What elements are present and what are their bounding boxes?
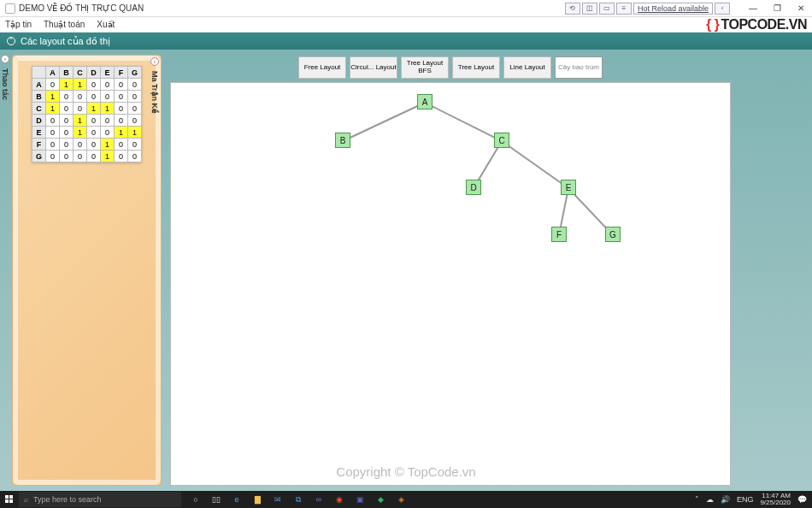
matrix-cell: 0 bbox=[115, 91, 128, 103]
matrix-cell: 0 bbox=[115, 151, 128, 162]
debug-btn-1[interactable]: ⟲ bbox=[565, 3, 580, 15]
graph-node-A[interactable]: A bbox=[417, 94, 432, 109]
graph-node-C[interactable]: C bbox=[494, 133, 509, 148]
graph-edge bbox=[343, 102, 426, 142]
matrix-cell: 1 bbox=[60, 79, 74, 91]
hot-reload-chev[interactable]: ‹ bbox=[715, 3, 730, 15]
matrix-cell: 0 bbox=[87, 151, 101, 162]
search-placeholder: Type here to search bbox=[33, 495, 102, 504]
matrix-cell: 0 bbox=[128, 115, 142, 127]
matrix-cell: 0 bbox=[115, 79, 128, 91]
matrix-cell: 1 bbox=[46, 103, 60, 115]
graph-edge bbox=[425, 102, 503, 142]
matrix-cell: 0 bbox=[60, 151, 74, 162]
close-button[interactable]: ✕ bbox=[795, 3, 807, 15]
panel-collapse-icon[interactable]: › bbox=[150, 57, 159, 66]
matrix-cell: 0 bbox=[74, 139, 87, 151]
debug-btn-2[interactable]: ◫ bbox=[582, 3, 597, 15]
matrix-cell: 0 bbox=[60, 103, 74, 115]
tray-lang[interactable]: ENG bbox=[737, 495, 754, 504]
teams-icon[interactable]: ▣ bbox=[354, 493, 366, 505]
matrix-cell: 0 bbox=[74, 91, 87, 103]
graph-node-G[interactable]: G bbox=[605, 227, 621, 242]
graph-canvas[interactable]: ABCDEFG bbox=[170, 82, 731, 486]
tray-cloud-icon[interactable]: ☁ bbox=[706, 495, 714, 504]
matrix-cell: 1 bbox=[101, 139, 115, 151]
svg-rect-1 bbox=[9, 495, 13, 499]
matrix-cell: 0 bbox=[128, 103, 142, 115]
graph-node-E[interactable]: E bbox=[561, 180, 576, 195]
tray-volume-icon[interactable]: 🔊 bbox=[721, 495, 730, 504]
line-layout-button[interactable]: Line Layout bbox=[503, 56, 551, 79]
taskbar-clock[interactable]: 11:47 AM 9/25/2020 bbox=[760, 493, 791, 506]
tree-layout-button[interactable]: Tree Layout bbox=[452, 56, 500, 79]
adjacency-matrix: ABCDEFGA0110000B1000000C1001100D0010000E… bbox=[32, 66, 142, 162]
matrix-row-header: F bbox=[32, 139, 46, 151]
menu-file[interactable]: Tập tin bbox=[5, 20, 32, 29]
matrix-cell: 0 bbox=[74, 151, 87, 162]
brand-logo-icon: { } bbox=[706, 17, 719, 32]
matrix-col-header: D bbox=[87, 67, 101, 79]
matrix-cell: 0 bbox=[87, 79, 101, 91]
start-button[interactable] bbox=[0, 491, 19, 508]
matrix-col-header: F bbox=[115, 67, 128, 79]
header-collapse-icon[interactable]: ˄ bbox=[7, 37, 15, 45]
task-view-icon[interactable]: ▯▯ bbox=[210, 493, 222, 505]
app-icon-1[interactable]: ◆ bbox=[374, 493, 386, 505]
matrix-cell: 1 bbox=[115, 127, 128, 139]
matrix-cell: 0 bbox=[46, 115, 60, 127]
graph-node-B[interactable]: B bbox=[335, 133, 350, 148]
matrix-cell: 1 bbox=[87, 103, 101, 115]
notifications-icon[interactable]: 💬 bbox=[797, 495, 807, 504]
svg-rect-0 bbox=[5, 495, 9, 499]
svg-rect-2 bbox=[5, 499, 9, 503]
matrix-cell: 0 bbox=[46, 151, 60, 162]
cortana-icon[interactable]: ○ bbox=[190, 493, 202, 505]
window-title: DEMO VẼ ĐỒ THỊ TRỰC QUAN bbox=[19, 3, 144, 13]
menu-export[interactable]: Xuất bbox=[97, 20, 115, 29]
free-layout-button[interactable]: Free Layout bbox=[298, 56, 346, 79]
matrix-cell: 1 bbox=[128, 127, 142, 139]
matrix-cell: 1 bbox=[101, 103, 115, 115]
matrix-col-header: E bbox=[101, 67, 115, 79]
tray-expand-icon[interactable]: ˄ bbox=[695, 495, 699, 504]
matrix-col-header: C bbox=[74, 67, 87, 79]
matrix-cell: 0 bbox=[128, 79, 142, 91]
matrix-cell: 0 bbox=[60, 139, 74, 151]
chrome-icon[interactable]: ◉ bbox=[333, 493, 345, 505]
brand-name: TOPCODE.VN bbox=[721, 17, 808, 32]
left-collapse-icon[interactable]: ‹ bbox=[1, 55, 9, 63]
minimize-button[interactable]: — bbox=[747, 3, 759, 15]
matrix-row-header: A bbox=[32, 79, 46, 91]
app-icon-2[interactable]: ◈ bbox=[395, 493, 407, 505]
header-title: Các layout của đồ thị bbox=[21, 36, 110, 47]
hot-reload-link[interactable]: Hot Reload available bbox=[633, 3, 713, 15]
vscode-icon[interactable]: ⧉ bbox=[292, 493, 304, 505]
debug-btn-4[interactable]: ≡ bbox=[616, 3, 632, 15]
explorer-icon[interactable]: ▇ bbox=[251, 493, 263, 505]
matrix-cell: 0 bbox=[101, 115, 115, 127]
matrix-cell: 0 bbox=[128, 151, 142, 162]
menu-algorithm[interactable]: Thuật toán bbox=[44, 20, 85, 29]
maximize-button[interactable]: ❐ bbox=[771, 3, 783, 15]
matrix-row-header: B bbox=[32, 91, 46, 103]
tree-bfs-layout-button[interactable]: Tree Layout BFS bbox=[401, 56, 449, 79]
matrix-cell: 1 bbox=[74, 79, 87, 91]
matrix-cell: 0 bbox=[74, 103, 87, 115]
debug-btn-3[interactable]: ▭ bbox=[599, 3, 615, 15]
brand-watermark: { } TOPCODE.VN bbox=[706, 17, 807, 32]
matrix-cell: 0 bbox=[128, 91, 142, 103]
spanning-tree-button[interactable]: Cây bao trùm bbox=[555, 56, 603, 79]
search-icon: ⌕ bbox=[24, 495, 28, 504]
circular-layout-button[interactable]: Circul... Layout bbox=[350, 56, 397, 79]
matrix-cell: 1 bbox=[46, 91, 60, 103]
graph-node-F[interactable]: F bbox=[551, 227, 567, 242]
graph-node-D[interactable]: D bbox=[466, 180, 481, 195]
taskbar-search[interactable]: ⌕ Type here to search bbox=[19, 492, 181, 507]
left-gutter-label: Thao tác bbox=[1, 68, 9, 100]
matrix-col-header: A bbox=[46, 67, 60, 79]
vs-icon[interactable]: ∞ bbox=[313, 493, 325, 505]
edge-icon[interactable]: e bbox=[231, 493, 243, 505]
matrix-cell: 0 bbox=[46, 139, 60, 151]
mail-icon[interactable]: ✉ bbox=[272, 493, 284, 505]
